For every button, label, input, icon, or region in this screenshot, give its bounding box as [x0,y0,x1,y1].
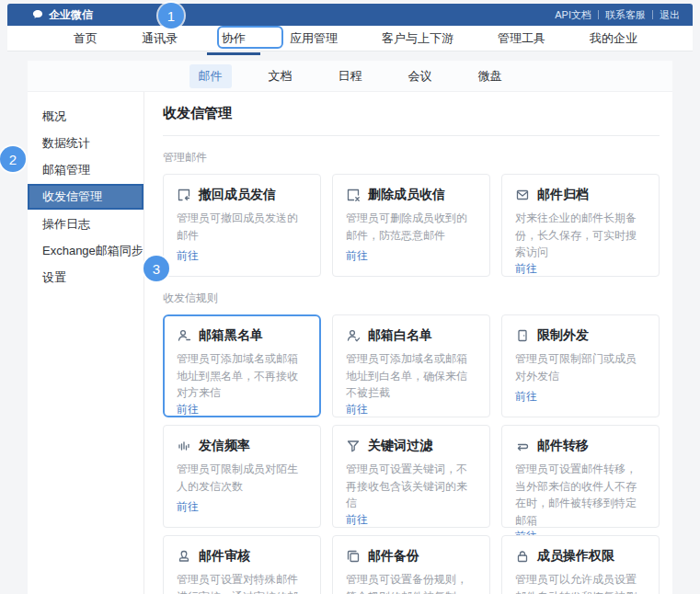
stamp-icon [177,549,191,564]
card-member-permissions[interactable]: 成员操作权限 管理员可以允许成员设置邮件自动转发和恢复被删除的邮件 前往 [501,535,660,594]
support-link[interactable]: 联系客服 [605,8,646,22]
card-mail-blacklist[interactable]: 邮箱黑名单 管理员可添加域名或邮箱地址到黑名单，不再接收对方来信 前往 [163,314,321,417]
subtab-meeting[interactable]: 会议 [399,64,442,88]
mail-delete-icon [346,188,361,202]
go-link[interactable]: 前往 [346,402,476,417]
brand-logo[interactable]: 企业微信 [31,7,93,23]
card-desc: 管理员可设置关键词，不再接收包含该关键词的来信 [346,461,476,512]
annotation-step-3-badge: 3 [143,256,169,281]
go-link[interactable]: 前往 [177,402,307,417]
transfer-icon [515,439,530,453]
card-desc: 管理员可限制成员对陌生人的发信次数 [177,461,307,495]
page-title: 收发信管理 [163,105,660,135]
annotation-step-1-badge: 1 [158,3,184,29]
chat-bubble-icon [31,8,44,21]
card-mail-transfer[interactable]: 邮件转移 管理员可设置邮件转移，当外部来信的收件人不存在时，邮件被转移到特定邮箱… [501,425,660,528]
card-delete-member-mail[interactable]: 删除成员收信 管理员可删除成员收到的邮件，防范恶意邮件 前往 [332,174,490,277]
card-desc: 管理员可添加域名或邮箱地址到白名单，确保来信不被拦截 [346,350,476,402]
manage-mail-card-grid: 撤回成员发信 管理员可撤回成员发送的邮件 前往 删除成员收信 管理员可删除成员收… [163,174,660,277]
card-title: 关键词过滤 [368,438,432,454]
card-desc: 管理员可设置备份规则，符合规则的邮件被复制一份到特定邮箱 [346,571,476,594]
main-nav: 首页 通讯录 协作 应用管理 客户与上下游 管理工具 我的企业 [7,26,693,51]
card-title: 邮件归档 [537,187,589,203]
card-title: 邮件审核 [199,548,250,565]
card-keyword-filter[interactable]: 关键词过滤 管理员可设置关键词，不再接收包含该关键词的来信 前往 [332,425,490,528]
sidebar-item-send-receive-management[interactable]: 收发信管理 [28,184,143,210]
logout-link[interactable]: 退出 [660,8,680,22]
section-label-send-receive-rules: 收发信规则 [163,291,660,306]
card-restrict-outgoing[interactable]: 限制外发 管理员可限制部门或成员对外发信 前往 [501,314,660,417]
card-mail-whitelist[interactable]: 邮箱白名单 管理员可添加域名或邮箱地址到白名单，确保来信不被拦截 前往 [332,314,490,417]
content-area: 收发信管理 管理邮件 撤回成员发信 管理员可撤回成员发送的邮件 前往 [144,92,672,594]
go-link[interactable]: 前往 [515,389,646,405]
card-recall-member-mail[interactable]: 撤回成员发信 管理员可撤回成员发送的邮件 前往 [163,174,321,277]
card-title: 限制外发 [537,327,589,344]
go-link[interactable]: 前往 [177,248,307,264]
collab-subtabs: 邮件 文档 日程 会议 微盘 [28,61,672,92]
funnel-icon [346,439,361,453]
subtab-mail[interactable]: 邮件 [189,64,232,88]
nav-item-apps[interactable]: 应用管理 [288,25,339,52]
go-link[interactable]: 前往 [346,248,476,264]
card-title: 发信频率 [199,438,250,454]
card-mail-backup[interactable]: 邮件备份 管理员可设置备份规则，符合规则的邮件被复制一份到特定邮箱 前往 [332,535,490,594]
go-link[interactable]: 前往 [515,261,646,277]
nav-item-collaboration[interactable]: 协作 [220,25,247,52]
api-doc-link[interactable]: API文档 [555,8,591,22]
subtab-docs[interactable]: 文档 [259,64,302,88]
main-panel: 邮件 文档 日程 会议 微盘 概况 数据统计 邮箱管理 收发信管理 操作日志 E… [28,61,672,594]
rules-card-grid: 邮箱黑名单 管理员可添加域名或邮箱地址到黑名单，不再接收对方来信 前往 邮箱白名… [163,314,660,594]
card-desc: 管理员可删除成员收到的邮件，防范恶意邮件 [346,210,476,244]
card-title: 成员操作权限 [537,548,614,565]
copy-icon [346,549,361,564]
lock-icon [515,549,530,564]
card-title: 删除成员收信 [368,187,445,203]
card-desc: 管理员可设置邮件转移，当外部来信的收件人不存在时，邮件被转移到特定邮箱 [515,461,646,529]
card-send-frequency[interactable]: 发信频率 管理员可限制成员对陌生人的发信次数 前往 [163,425,321,528]
card-title: 撤回成员发信 [199,187,276,203]
sidebar-item-mailbox-management[interactable]: 邮箱管理 [28,156,143,183]
card-title: 邮箱白名单 [368,327,432,344]
card-mail-review[interactable]: 邮件审核 管理员可设置对特殊邮件进行审核，通过审核的邮件才可发送 前往 [163,535,321,594]
card-desc: 管理员可设置对特殊邮件进行审核，通过审核的邮件才可发送 [177,571,307,594]
sidebar-item-statistics[interactable]: 数据统计 [28,130,143,156]
subtab-drive[interactable]: 微盘 [469,64,511,88]
door-icon [515,328,530,343]
subtab-schedule[interactable]: 日程 [329,64,372,88]
go-link[interactable]: 前往 [177,499,307,515]
brand-logo-text: 企业微信 [49,7,93,23]
divider [163,135,660,136]
sidebar-item-exchange-sync[interactable]: Exchange邮箱同步 [28,237,143,264]
card-desc: 管理员可撤回成员发送的邮件 [177,210,307,244]
nav-item-home[interactable]: 首页 [72,25,99,52]
person-minus-icon [177,328,191,343]
sidebar-item-overview[interactable]: 概况 [28,103,143,130]
mail-recall-icon [177,188,191,202]
card-title: 邮件转移 [537,438,589,454]
go-link[interactable]: 前往 [346,512,476,528]
card-title: 邮箱黑名单 [199,327,263,344]
card-desc: 管理员可限制部门或成员对外发信 [515,350,646,384]
card-title: 邮件备份 [368,548,419,565]
person-check-icon [346,328,361,343]
card-desc: 管理员可以允许成员设置邮件自动转发和恢复被删除的邮件 [515,571,646,594]
nav-item-admin-tools[interactable]: 管理工具 [496,25,547,52]
section-label-manage-mail: 管理邮件 [163,150,660,166]
annotation-step-2-badge: 2 [0,146,26,172]
card-desc: 管理员可添加域名或邮箱地址到黑名单，不再接收对方来信 [177,350,307,402]
frequency-icon [177,439,191,453]
mail-sidebar: 概况 数据统计 邮箱管理 收发信管理 操作日志 Exchange邮箱同步 设置 [28,92,144,594]
nav-item-customers[interactable]: 客户与上下游 [380,25,455,52]
sidebar-item-operation-log[interactable]: 操作日志 [28,211,143,237]
divider [652,10,653,19]
card-mail-archive[interactable]: 邮件归档 对来往企业的邮件长期备份，长久保存，可实时搜索访问 前往 [501,174,660,277]
admin-console-screen: 企业微信 API文档 联系客服 退出 首页 通讯录 协作 应用管理 客户与上下游… [0,0,700,594]
mail-archive-icon [515,188,530,202]
nav-item-contacts[interactable]: 通讯录 [140,25,179,52]
card-desc: 对来往企业的邮件长期备份，长久保存，可实时搜索访问 [515,210,646,261]
nav-item-my-company[interactable]: 我的企业 [588,25,639,52]
top-links: API文档 联系客服 退出 [555,8,680,22]
sidebar-item-settings[interactable]: 设置 [28,264,143,291]
divider [598,10,599,19]
top-bar: 企业微信 API文档 联系客服 退出 [7,4,693,26]
